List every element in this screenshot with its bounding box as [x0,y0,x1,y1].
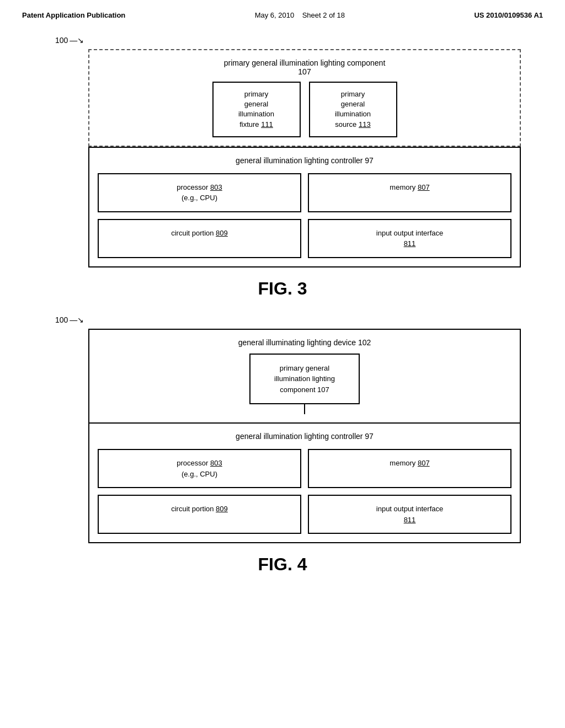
fig4-top-section: general illuminating lighting device 102… [89,330,520,424]
fig4-caption: FIG. 4 [22,554,543,575]
fig4-processor-box: processor 803(e.g., CPU) [98,449,301,488]
fig4-connector-line [304,404,305,414]
fig3-section: 100 — ↘ primary general illumination lig… [22,36,543,299]
header-publication: Patent Application Publication [22,11,125,19]
fig4-component-label: primary generalillumination lightingcomp… [274,364,335,394]
fig3-inner-row: primarygeneralilluminationfixture 111 pr… [98,82,511,137]
fig4-ref-arrow: — [70,315,77,324]
fig4-controller-grid: processor 803(e.g., CPU) memory 807 circ… [98,449,511,534]
fig3-io-box: input output interface811 [308,219,511,258]
fig3-lighting-component-box: primary general illumination lighting co… [88,49,521,147]
fig3-circuit-label: circuit portion 809 [171,229,228,237]
fig3-circuit-box: circuit portion 809 [98,219,301,258]
fig3-io-label: input output interface811 [376,229,443,248]
fig4-memory-box: memory 807 [308,449,511,488]
fig4-circuit-box: circuit portion 809 [98,495,301,534]
fig4-memory-label: memory 807 [390,459,429,467]
fig3-ref-arrow: — [70,36,77,45]
fig3-memory-box: memory 807 [308,173,511,212]
fig3-controller-label: general illumination lighting controller… [98,156,511,165]
fig3-source-box: primarygeneralilluminationsource 113 [309,82,397,137]
fig3-processor-box: processor 803(e.g., CPU) [98,173,301,212]
fig4-device-container: general illuminating lighting device 102… [88,329,521,544]
fig3-arrow-icon: ↘ [77,36,84,45]
fig4-component-box: primary generalillumination lightingcomp… [249,354,360,405]
fig3-fixture-box: primarygeneralilluminationfixture 111 [212,82,301,137]
fig3-caption: FIG. 3 [22,279,543,299]
fig3-fixture-label: primarygeneralilluminationfixture 111 [238,90,274,129]
fig3-controller-grid: processor 803(e.g., CPU) memory 807 circ… [98,173,511,258]
fig4-arrow-icon: ↘ [77,315,84,324]
fig3-ref-number: 100 [55,36,68,45]
page-header: Patent Application Publication May 6, 20… [22,11,543,19]
fig4-io-label: input output interface811 [376,505,443,524]
header-date: May 6, 2010 [255,11,295,19]
header-sheet: Sheet 2 of 18 [302,11,345,19]
fig4-circuit-label: circuit portion 809 [171,505,228,513]
fig4-section: 100 — ↘ general illuminating lighting de… [22,315,543,575]
fig4-io-box: input output interface811 [308,495,511,534]
header-patent-number: US 2010/0109536 A1 [474,11,543,19]
fig4-device-label: general illuminating lighting device 102 [98,338,511,347]
fig4-ref-number: 100 [55,315,68,324]
fig4-diagram: general illuminating lighting device 102… [88,329,521,544]
fig4-controller-label: general illumination lighting controller… [98,432,511,441]
fig4-controller-section: general illumination lighting controller… [89,424,520,542]
fig3-diagram: primary general illumination lighting co… [88,49,521,267]
fig3-source-label: primarygeneralilluminationsource 113 [335,90,371,129]
fig3-component-label: primary general illumination lighting co… [98,58,511,76]
header-date-sheet: May 6, 2010 Sheet 2 of 18 [255,11,345,19]
fig3-processor-label: processor 803(e.g., CPU) [177,183,222,202]
fig3-memory-label: memory 807 [390,183,429,191]
page: Patent Application Publication May 6, 20… [0,0,565,728]
fig3-controller-box: general illumination lighting controller… [88,147,521,267]
fig4-processor-label: processor 803(e.g., CPU) [177,459,222,478]
